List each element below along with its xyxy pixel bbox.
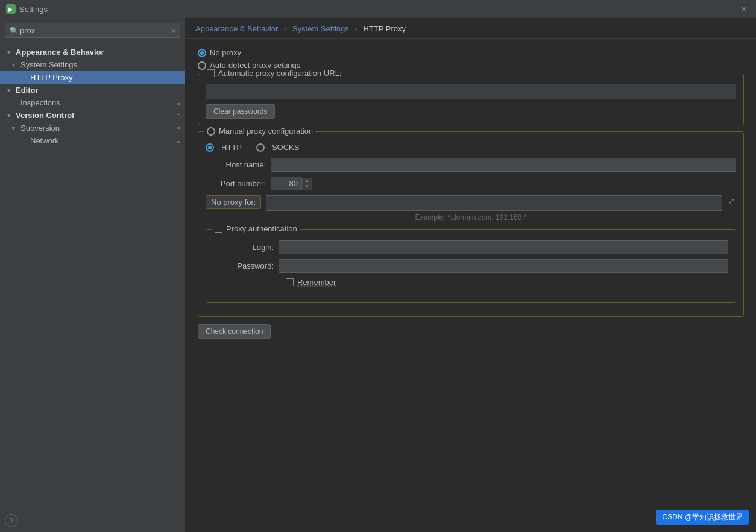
breadcrumb-sep-1: ›: [354, 24, 357, 33]
port-number-input[interactable]: [271, 177, 301, 190]
sidebar-item-system-settings[interactable]: ▾ System Settings: [0, 58, 185, 71]
sidebar-item-label: HTTP Proxy: [30, 73, 73, 82]
no-proxy-row: No proxy: [198, 48, 744, 57]
host-name-label: Host name:: [206, 160, 266, 169]
manual-proxy-label: Manual proxy configuration: [219, 127, 313, 136]
search-icon: 🔍: [10, 27, 19, 35]
clear-search-icon[interactable]: ✕: [171, 27, 177, 35]
breadcrumb-part-0[interactable]: Appearance & Behavior: [195, 24, 278, 33]
breadcrumb-sep-0: ›: [284, 24, 286, 33]
expand-arrow: [12, 99, 18, 106]
port-increment-button[interactable]: ▲: [302, 178, 312, 184]
no-proxy-for-row: No proxy for: ⤢: [206, 195, 736, 211]
sidebar-item-version-control[interactable]: ▾ Version Control ≡: [0, 109, 185, 122]
window-title: Settings: [19, 5, 48, 14]
expand-arrow: ▾: [7, 112, 13, 119]
manual-proxy-radio[interactable]: [207, 127, 215, 136]
proxy-auth-checkbox[interactable]: [215, 225, 222, 233]
socks-protocol-label: SOCKS: [272, 143, 300, 152]
auto-proxy-config-title: Automatic proxy configuration URL:: [204, 69, 344, 78]
proxy-auth-title: Proxy authentication: [212, 224, 300, 233]
check-connection-button[interactable]: Check connection: [198, 324, 271, 339]
sidebar-item-label: Network: [30, 136, 59, 145]
no-proxy-radio[interactable]: [198, 49, 206, 57]
port-spinner: ▲ ▼: [301, 178, 312, 190]
csdn-badge: CSDN @学知识拯救世界: [656, 510, 749, 525]
port-number-label: Port number:: [206, 179, 266, 188]
sidebar-item-label: Editor: [16, 86, 39, 95]
sidebar-item-subversion[interactable]: ▾ Subversion ≡: [0, 122, 185, 134]
login-label: Login:: [213, 243, 274, 252]
clear-passwords-button[interactable]: Clear passwords: [206, 104, 275, 119]
manual-proxy-box: Manual proxy configuration HTTP SOCKS Ho…: [198, 131, 744, 317]
breadcrumb: Appearance & Behavior › System Settings …: [186, 18, 756, 39]
sidebar-item-label: Appearance & Behavior: [16, 48, 104, 57]
protocol-row: HTTP SOCKS: [206, 143, 736, 152]
help-button[interactable]: ?: [5, 514, 18, 527]
auto-proxy-url-input[interactable]: [206, 84, 736, 99]
expand-arrow: [22, 74, 28, 81]
title-bar: ▶ Settings ✕: [0, 0, 756, 18]
sidebar-item-label: System Settings: [20, 60, 77, 69]
socks-protocol-radio[interactable]: [256, 143, 265, 152]
no-proxy-label: No proxy: [210, 48, 241, 57]
sidebar-item-label: Inspections: [20, 98, 60, 107]
sidebar-item-http-proxy[interactable]: HTTP Proxy: [0, 71, 185, 84]
http-protocol-radio[interactable]: [206, 143, 214, 152]
sidebar: 🔍 ✕ ▾ Appearance & Behavior ▾ System Set…: [0, 18, 186, 532]
check-connection-container: Check connection: [198, 324, 744, 339]
host-name-input[interactable]: [271, 158, 736, 172]
expand-no-proxy-button[interactable]: ⤢: [727, 195, 736, 207]
password-row: Password:: [213, 259, 728, 273]
host-name-row: Host name:: [206, 158, 736, 172]
port-input-wrapper: ▲ ▼: [271, 177, 312, 190]
sidebar-item-network[interactable]: Network ≡: [0, 134, 185, 147]
sidebar-item-inspections[interactable]: Inspections ≡: [0, 96, 185, 109]
sidebar-badge: ≡: [177, 99, 180, 107]
search-box-container: 🔍 ✕: [0, 18, 185, 43]
manual-proxy-title: Manual proxy configuration: [204, 127, 315, 136]
remember-label: Remember: [297, 278, 336, 287]
expand-arrow: [22, 137, 28, 144]
sidebar-badge: ≡: [177, 125, 180, 132]
remember-row: Remember: [286, 278, 728, 287]
sidebar-item-appearance-behavior[interactable]: ▾ Appearance & Behavior: [0, 46, 185, 58]
expand-arrow: ▾: [12, 61, 18, 68]
expand-arrow: ▾: [12, 125, 18, 131]
breadcrumb-part-1[interactable]: System Settings: [292, 24, 349, 33]
sidebar-item-editor[interactable]: ▾ Editor: [0, 84, 185, 96]
sidebar-item-label: Version Control: [16, 111, 74, 120]
proxy-auth-box: Proxy authentication Login: Password:: [206, 229, 736, 303]
auto-proxy-url-label: Automatic proxy configuration URL:: [218, 69, 341, 78]
port-decrement-button[interactable]: ▼: [302, 184, 312, 190]
http-protocol-label: HTTP: [221, 143, 242, 152]
password-input[interactable]: [279, 259, 728, 273]
sidebar-badge: ≡: [177, 137, 180, 145]
breadcrumb-part-2: HTTP Proxy: [363, 24, 406, 33]
content-area: Appearance & Behavior › System Settings …: [186, 18, 756, 532]
auto-proxy-url-checkbox[interactable]: [207, 69, 215, 77]
login-row: Login:: [213, 240, 728, 254]
close-button[interactable]: ✕: [737, 4, 750, 15]
expand-arrow: ▾: [7, 87, 13, 93]
proxy-auth-label: Proxy authentication: [226, 224, 297, 233]
search-input[interactable]: [5, 23, 180, 38]
content-scroll: No proxy Auto-detect proxy settings Auto…: [186, 39, 756, 532]
nav-tree: ▾ Appearance & Behavior ▾ System Setting…: [0, 43, 185, 509]
login-input[interactable]: [279, 240, 728, 254]
sidebar-bottom: ?: [0, 509, 185, 532]
expand-arrow: ▾: [7, 49, 13, 55]
remember-checkbox[interactable]: [286, 278, 294, 286]
app-icon: ▶: [6, 4, 16, 14]
no-proxy-for-input[interactable]: [266, 195, 722, 211]
auto-proxy-config-box: Automatic proxy configuration URL: Clear…: [198, 74, 744, 125]
sidebar-badge: ≡: [177, 112, 180, 119]
port-number-row: Port number: ▲ ▼: [206, 177, 736, 190]
no-proxy-for-label: No proxy for:: [206, 195, 261, 209]
password-label: Password:: [213, 261, 274, 271]
sidebar-item-label: Subversion: [20, 124, 60, 133]
example-text: Example: *.domain.com, 192.168.*: [206, 213, 736, 222]
